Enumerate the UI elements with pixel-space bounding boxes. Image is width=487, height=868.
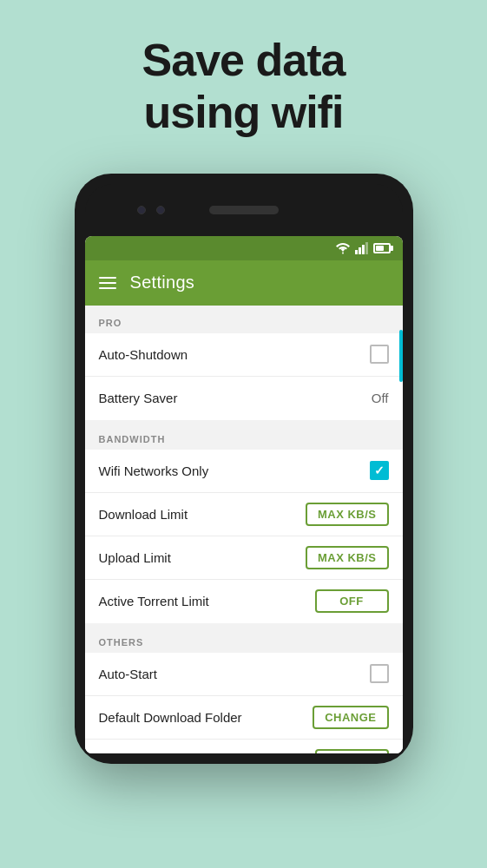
checkmark-icon: ✓ [374,464,385,477]
section-header-pro: PRO [85,306,403,333]
row-active-torrent-limit: Active Torrent Limit OFF [85,580,403,623]
phone-screen: Settings PRO Auto-Shutdown Battery Saver… [85,236,403,753]
battery-saver-value: Off [372,391,389,405]
wifi-networks-checkbox[interactable]: ✓ [370,461,389,480]
default-download-folder-label: Default Download Folder [99,710,242,725]
camera-dot-2 [156,206,165,214]
row-incoming-port: Incoming Port 0 [85,740,403,753]
upload-limit-label: Upload Limit [99,550,171,565]
settings-group-bandwidth: Wifi Networks Only ✓ Download Limit MAX … [85,450,403,623]
download-limit-button[interactable]: MAX KB/S [306,503,389,526]
incoming-port-button[interactable]: 0 [315,749,389,753]
toolbar-title: Settings [130,273,195,293]
phone-cameras [137,206,165,214]
row-battery-saver[interactable]: Battery Saver Off [85,377,403,420]
row-download-limit: Download Limit MAX KB/S [85,493,403,536]
status-bar [85,236,403,260]
section-header-bandwidth: BANDWIDTH [85,422,403,450]
auto-start-label: Auto-Start [99,667,158,681]
battery-saver-label: Battery Saver [99,391,178,405]
wifi-status-icon [335,242,351,254]
hamburger-line-1 [99,277,116,279]
active-torrent-button[interactable]: OFF [315,589,389,613]
status-icons [335,242,391,254]
row-wifi-networks: Wifi Networks Only ✓ [85,450,403,493]
phone-mockup: Settings PRO Auto-Shutdown Battery Saver… [75,174,413,764]
settings-group-pro: Auto-Shutdown Battery Saver Off [85,333,403,420]
settings-content: PRO Auto-Shutdown Battery Saver Off BAND… [85,306,403,753]
upload-limit-button[interactable]: MAX KB/S [306,546,389,569]
svg-rect-2 [362,245,365,254]
svg-rect-3 [365,242,368,254]
download-limit-label: Download Limit [99,507,188,522]
signal-status-icon [355,242,369,254]
svg-rect-1 [359,247,361,254]
scrollbar-indicator [399,330,403,382]
svg-rect-0 [355,250,358,254]
row-default-download-folder: Default Download Folder CHANGE [85,696,403,740]
hero-line1: Save data [142,35,346,87]
section-header-others: OTHERS [85,625,403,653]
wifi-networks-label: Wifi Networks Only [99,464,209,478]
auto-shutdown-label: Auto-Shutdown [99,347,188,362]
row-auto-shutdown: Auto-Shutdown [85,333,403,377]
phone-speaker [209,206,279,214]
battery-status-icon [373,243,391,253]
auto-start-checkbox[interactable] [370,664,389,683]
active-torrent-label: Active Torrent Limit [99,594,209,608]
hamburger-line-2 [99,282,116,284]
camera-dot-1 [137,206,146,214]
hamburger-line-3 [99,287,116,289]
row-upload-limit: Upload Limit MAX KB/S [85,536,403,580]
hero-section: Save data using wifi [142,0,346,139]
auto-shutdown-checkbox[interactable] [370,345,389,364]
settings-group-others: Auto-Start Default Download Folder CHANG… [85,653,403,753]
change-folder-button[interactable]: CHANGE [313,706,388,729]
app-toolbar: Settings [85,260,403,306]
hamburger-menu-icon[interactable] [99,277,116,289]
phone-top-bar [85,184,403,236]
row-auto-start: Auto-Start [85,653,403,696]
hero-line2: using wifi [142,87,346,139]
